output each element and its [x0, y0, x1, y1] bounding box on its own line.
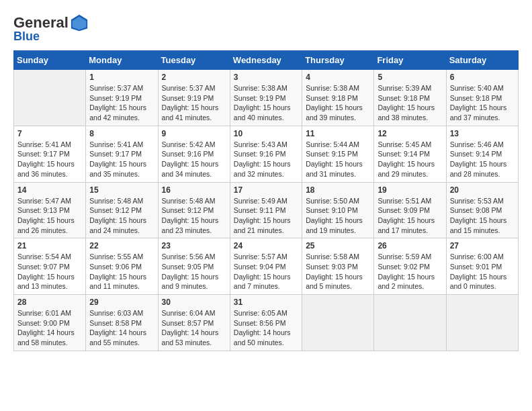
day-number: 2: [162, 73, 226, 82]
day-info: Sunrise: 5:51 AM Sunset: 9:09 PM Dayligh…: [378, 196, 442, 236]
calendar-cell: 17Sunrise: 5:49 AM Sunset: 9:11 PM Dayli…: [230, 182, 302, 238]
calendar-cell: [374, 295, 446, 351]
day-number: 26: [378, 241, 442, 250]
day-info: Sunrise: 6:03 AM Sunset: 8:58 PM Dayligh…: [89, 308, 154, 348]
calendar-cell: 13Sunrise: 5:46 AM Sunset: 9:14 PM Dayli…: [446, 126, 518, 182]
day-header-tuesday: Tuesday: [158, 51, 230, 70]
calendar-cell: 2Sunrise: 5:37 AM Sunset: 9:19 PM Daylig…: [158, 70, 230, 126]
day-number: 11: [306, 129, 370, 138]
day-info: Sunrise: 6:05 AM Sunset: 8:56 PM Dayligh…: [234, 308, 298, 348]
calendar-week-row: 28Sunrise: 6:01 AM Sunset: 9:00 PM Dayli…: [14, 295, 519, 351]
day-number: 1: [89, 73, 154, 82]
calendar-cell: 10Sunrise: 5:43 AM Sunset: 9:16 PM Dayli…: [230, 126, 302, 182]
calendar-cell: 7Sunrise: 5:41 AM Sunset: 9:17 PM Daylig…: [14, 126, 86, 182]
logo: General Blue: [13, 13, 89, 44]
day-info: Sunrise: 5:53 AM Sunset: 9:08 PM Dayligh…: [450, 196, 515, 236]
day-header-sunday: Sunday: [14, 51, 86, 70]
day-info: Sunrise: 5:55 AM Sunset: 9:06 PM Dayligh…: [89, 252, 154, 291]
day-info: Sunrise: 5:43 AM Sunset: 9:16 PM Dayligh…: [234, 140, 298, 179]
day-number: 18: [306, 185, 370, 195]
calendar-cell: 27Sunrise: 6:00 AM Sunset: 9:01 PM Dayli…: [446, 238, 518, 295]
day-number: 8: [89, 129, 154, 138]
day-info: Sunrise: 5:44 AM Sunset: 9:15 PM Dayligh…: [306, 140, 370, 179]
day-number: 10: [234, 129, 298, 138]
calendar-cell: [446, 295, 518, 351]
calendar-cell: 3Sunrise: 5:38 AM Sunset: 9:19 PM Daylig…: [230, 70, 302, 126]
day-info: Sunrise: 5:54 AM Sunset: 9:07 PM Dayligh…: [17, 252, 82, 291]
calendar-cell: 11Sunrise: 5:44 AM Sunset: 9:15 PM Dayli…: [302, 126, 374, 182]
day-number: 3: [234, 73, 298, 82]
calendar-cell: 6Sunrise: 5:40 AM Sunset: 9:18 PM Daylig…: [446, 70, 518, 126]
day-info: Sunrise: 5:57 AM Sunset: 9:04 PM Dayligh…: [234, 252, 298, 291]
calendar-cell: 19Sunrise: 5:51 AM Sunset: 9:09 PM Dayli…: [374, 182, 446, 238]
day-number: 9: [162, 129, 226, 138]
day-number: 21: [17, 241, 82, 250]
day-info: Sunrise: 5:49 AM Sunset: 9:11 PM Dayligh…: [234, 196, 298, 236]
day-header-thursday: Thursday: [302, 51, 374, 70]
day-number: 25: [306, 241, 370, 250]
day-info: Sunrise: 5:46 AM Sunset: 9:14 PM Dayligh…: [450, 140, 515, 179]
calendar-cell: 8Sunrise: 5:41 AM Sunset: 9:17 PM Daylig…: [86, 126, 158, 182]
day-number: 12: [378, 129, 442, 138]
calendar-cell: 9Sunrise: 5:42 AM Sunset: 9:16 PM Daylig…: [158, 126, 230, 182]
day-number: 19: [378, 185, 442, 195]
day-info: Sunrise: 5:41 AM Sunset: 9:17 PM Dayligh…: [89, 140, 154, 179]
day-info: Sunrise: 6:01 AM Sunset: 9:00 PM Dayligh…: [17, 308, 82, 348]
day-info: Sunrise: 5:48 AM Sunset: 9:12 PM Dayligh…: [162, 196, 226, 236]
day-info: Sunrise: 5:40 AM Sunset: 9:18 PM Dayligh…: [450, 83, 515, 123]
day-info: Sunrise: 5:37 AM Sunset: 9:19 PM Dayligh…: [162, 83, 226, 123]
day-number: 23: [162, 241, 226, 250]
calendar-table: SundayMondayTuesdayWednesdayThursdayFrid…: [13, 50, 519, 351]
day-number: 7: [17, 129, 82, 138]
day-number: 17: [234, 185, 298, 195]
day-number: 15: [89, 185, 154, 195]
calendar-cell: 4Sunrise: 5:38 AM Sunset: 9:18 PM Daylig…: [302, 70, 374, 126]
day-header-saturday: Saturday: [446, 51, 518, 70]
day-number: 4: [306, 73, 370, 82]
day-info: Sunrise: 5:56 AM Sunset: 9:05 PM Dayligh…: [162, 252, 226, 291]
calendar-cell: 26Sunrise: 5:59 AM Sunset: 9:02 PM Dayli…: [374, 238, 446, 295]
day-number: 13: [450, 129, 515, 138]
calendar-cell: 23Sunrise: 5:56 AM Sunset: 9:05 PM Dayli…: [158, 238, 230, 295]
day-number: 5: [378, 73, 442, 82]
day-info: Sunrise: 5:41 AM Sunset: 9:17 PM Dayligh…: [17, 140, 82, 179]
day-info: Sunrise: 5:47 AM Sunset: 9:13 PM Dayligh…: [17, 196, 82, 236]
day-info: Sunrise: 5:38 AM Sunset: 9:18 PM Dayligh…: [306, 83, 370, 123]
day-info: Sunrise: 5:48 AM Sunset: 9:12 PM Dayligh…: [89, 196, 154, 236]
calendar-cell: 18Sunrise: 5:50 AM Sunset: 9:10 PM Dayli…: [302, 182, 374, 238]
day-header-friday: Friday: [374, 51, 446, 70]
calendar-cell: 16Sunrise: 5:48 AM Sunset: 9:12 PM Dayli…: [158, 182, 230, 238]
day-number: 20: [450, 185, 515, 195]
calendar-cell: [14, 70, 86, 126]
calendar-cell: 25Sunrise: 5:58 AM Sunset: 9:03 PM Dayli…: [302, 238, 374, 295]
calendar-week-row: 1Sunrise: 5:37 AM Sunset: 9:19 PM Daylig…: [14, 70, 519, 126]
calendar-cell: 12Sunrise: 5:45 AM Sunset: 9:14 PM Dayli…: [374, 126, 446, 182]
day-number: 29: [89, 298, 154, 307]
calendar-cell: 21Sunrise: 5:54 AM Sunset: 9:07 PM Dayli…: [14, 238, 86, 295]
calendar-cell: 29Sunrise: 6:03 AM Sunset: 8:58 PM Dayli…: [86, 295, 158, 351]
day-number: 22: [89, 241, 154, 250]
logo-blue-text: Blue: [13, 30, 40, 44]
day-number: 31: [234, 298, 298, 307]
calendar-cell: [302, 295, 374, 351]
day-info: Sunrise: 5:39 AM Sunset: 9:18 PM Dayligh…: [378, 83, 442, 123]
calendar-cell: 5Sunrise: 5:39 AM Sunset: 9:18 PM Daylig…: [374, 70, 446, 126]
page-header: General Blue: [13, 13, 519, 44]
day-number: 30: [162, 298, 226, 307]
day-info: Sunrise: 5:42 AM Sunset: 9:16 PM Dayligh…: [162, 140, 226, 179]
calendar-cell: 31Sunrise: 6:05 AM Sunset: 8:56 PM Dayli…: [230, 295, 302, 351]
calendar-cell: 28Sunrise: 6:01 AM Sunset: 9:00 PM Dayli…: [14, 295, 86, 351]
day-info: Sunrise: 5:58 AM Sunset: 9:03 PM Dayligh…: [306, 252, 370, 291]
calendar-cell: 30Sunrise: 6:04 AM Sunset: 8:57 PM Dayli…: [158, 295, 230, 351]
calendar-week-row: 14Sunrise: 5:47 AM Sunset: 9:13 PM Dayli…: [14, 182, 519, 238]
calendar-cell: 20Sunrise: 5:53 AM Sunset: 9:08 PM Dayli…: [446, 182, 518, 238]
day-info: Sunrise: 5:37 AM Sunset: 9:19 PM Dayligh…: [89, 83, 154, 123]
calendar-cell: 14Sunrise: 5:47 AM Sunset: 9:13 PM Dayli…: [14, 182, 86, 238]
calendar-cell: 1Sunrise: 5:37 AM Sunset: 9:19 PM Daylig…: [86, 70, 158, 126]
day-number: 28: [17, 298, 82, 307]
day-info: Sunrise: 5:45 AM Sunset: 9:14 PM Dayligh…: [378, 140, 442, 179]
day-number: 16: [162, 185, 226, 195]
calendar-week-row: 7Sunrise: 5:41 AM Sunset: 9:17 PM Daylig…: [14, 126, 519, 182]
day-number: 27: [450, 241, 515, 250]
days-header-row: SundayMondayTuesdayWednesdayThursdayFrid…: [14, 51, 519, 70]
